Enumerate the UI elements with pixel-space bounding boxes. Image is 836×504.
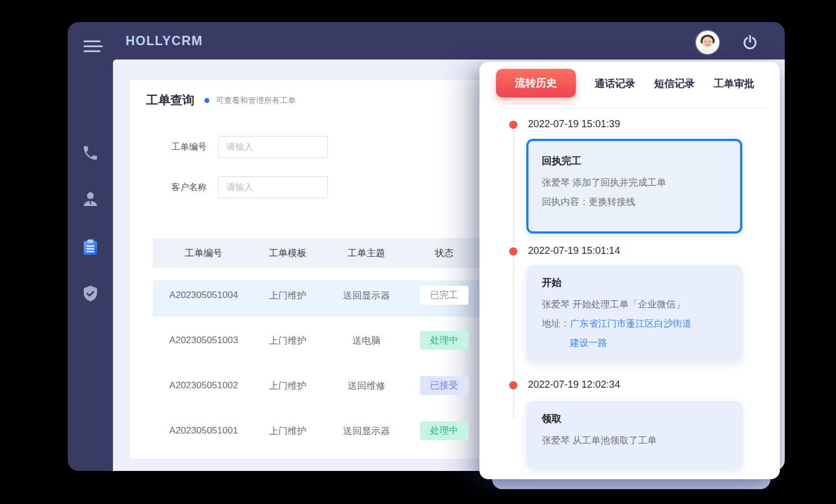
sidebar-item-phone[interactable] [79, 142, 101, 164]
sidebar-item-contacts[interactable] [79, 188, 101, 210]
subtitle-dot-icon [204, 98, 209, 103]
timeline-card-start: 开始 张爱琴 开始处理工单「企业微信」 地址：广东省江门市蓬江区白沙街道 建设一… [526, 265, 742, 361]
cell-subject: 送回显示器 [321, 289, 412, 302]
customer-name-input[interactable] [218, 176, 328, 198]
timeline-card-line: 回执内容：更换转接线 [542, 192, 729, 212]
clipboard-icon [81, 238, 100, 257]
timeline-card-title: 回执完工 [542, 154, 729, 167]
tab-sms-records[interactable]: 短信记录 [654, 77, 695, 90]
power-glyph [741, 34, 759, 51]
cell-order-id: A202305051004 [153, 290, 255, 301]
tabs-divider [500, 108, 768, 109]
power-icon[interactable] [741, 34, 759, 51]
brand-logo: HOLLYCRM [126, 22, 203, 59]
sidebar [68, 59, 113, 471]
shield-check-icon [81, 284, 100, 303]
timeline-dot [509, 247, 517, 256]
cell-subject: 送回显示器 [321, 425, 412, 437]
status-badge: 处理中 [420, 331, 468, 350]
sidebar-item-security[interactable] [79, 283, 101, 305]
cell-subject: 送电脑 [321, 334, 412, 347]
screenshot-stage: HOLLYCRM [0, 0, 836, 504]
tab-call-records[interactable]: 通话记录 [595, 77, 635, 90]
timeline-dot [509, 381, 517, 389]
cell-template: 上门维护 [255, 289, 321, 302]
history-panel: 流转历史 通话记录 短信记录 工单审批 2022-07-19 15:01:39 … [479, 62, 780, 479]
order-id-input[interactable] [218, 136, 328, 158]
timeline-timestamp: 2022-07-19 12:02:34 [528, 379, 620, 391]
avatar-image [696, 31, 719, 54]
address-link[interactable]: 建设一路 [570, 338, 607, 348]
cell-order-id: A202305051003 [153, 335, 255, 346]
hamburger-lines [83, 39, 104, 55]
cell-template: 上门维护 [255, 334, 321, 347]
timeline-dot [509, 121, 517, 129]
field-label-customer-name: 客户名称 [130, 182, 207, 193]
timeline-card-line: 张爱琴 添加了回执并完成工单 [542, 173, 729, 192]
cell-order-id: A202305051002 [153, 380, 255, 391]
field-label-order-id: 工单编号 [130, 142, 207, 153]
timeline-card-claim: 领取 张爱琴 从工单池领取了工单 [526, 401, 742, 468]
timeline-connector [513, 129, 514, 418]
sidebar-item-workorders[interactable] [79, 236, 101, 258]
col-header-subject: 工单主题 [321, 247, 412, 259]
page-title: 工单查询 [146, 92, 195, 109]
address-label: 地址： [542, 318, 570, 329]
tab-order-approval[interactable]: 工单审批 [714, 77, 754, 90]
col-header-template: 工单模板 [255, 247, 321, 259]
timeline-card-title: 开始 [542, 276, 729, 289]
col-header-status: 状态 [412, 247, 476, 259]
cell-template: 上门维护 [255, 380, 321, 392]
timeline-timestamp: 2022-07-19 15:01:14 [528, 245, 620, 257]
avatar[interactable] [696, 31, 719, 54]
timeline-card-line: 张爱琴 开始处理工单「企业微信」 [542, 295, 729, 314]
address-link[interactable]: 广东省江门市蓬江区白沙街道 [570, 318, 692, 329]
tab-flow-history[interactable]: 流转历史 [496, 69, 576, 97]
phone-icon [82, 144, 99, 162]
page-subtitle: 可查看和管理所有工单 [216, 95, 296, 106]
cell-template: 上门维护 [255, 425, 321, 437]
status-badge: 已接受 [420, 376, 468, 395]
panel-tabs: 流转历史 通话记录 短信记录 工单审批 [496, 69, 754, 97]
cell-order-id: A202305051001 [153, 425, 255, 436]
person-icon [81, 190, 100, 209]
col-header-order-id: 工单编号 [153, 247, 255, 259]
timeline-timestamp: 2022-07-19 15:01:39 [528, 118, 620, 130]
cell-subject: 送回维修 [321, 380, 412, 392]
timeline-card-line: 张爱琴 从工单池领取了工单 [542, 431, 729, 450]
menu-icon[interactable] [83, 39, 104, 55]
status-badge: 已完工 [420, 286, 468, 305]
timeline-card-reply-complete[interactable]: 回执完工 张爱琴 添加了回执并完成工单 回执内容：更换转接线 [526, 139, 742, 234]
status-badge: 处理中 [420, 421, 468, 440]
timeline-card-title: 领取 [542, 412, 729, 425]
